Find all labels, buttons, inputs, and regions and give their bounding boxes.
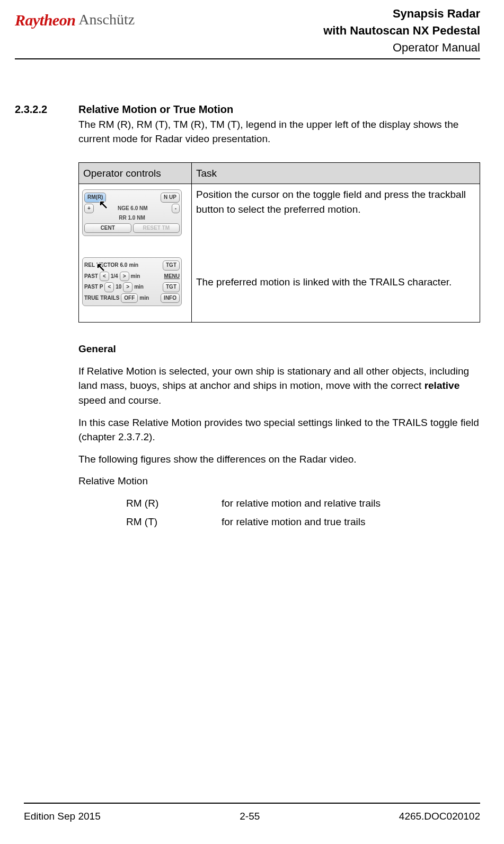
general-p4: Relative Motion (78, 474, 480, 489)
general-p3: The following figures show the differenc… (78, 452, 480, 467)
range-label: NGE 6.0 NM (95, 205, 170, 213)
pastp-label: PAST P (84, 283, 103, 291)
rel-label: REL (84, 262, 95, 269)
doc-title-line3: Operator Manual (323, 39, 480, 56)
footer-page: 2-55 (240, 809, 260, 824)
definitions: RM (R) for relative motion and relative … (126, 496, 480, 529)
incr-button[interactable]: > (120, 272, 129, 282)
def-row: RM (T) for relative motion and true trai… (126, 515, 480, 529)
min-label: min (139, 294, 149, 302)
true-label: TRUE (84, 294, 99, 302)
vector-label: VECTOR (96, 262, 119, 269)
pastp-value: 10 (116, 283, 121, 291)
rr-label: RR 1.0 NM (84, 214, 180, 222)
logo: Raytheon Anschütz (15, 5, 135, 32)
past-value: 1/4 (111, 273, 118, 281)
past-label: PAST (84, 273, 98, 281)
decr-button[interactable]: < (104, 282, 114, 292)
reset-tm-button[interactable]: RESET TM (133, 223, 180, 233)
tgt-button[interactable]: TGT (163, 260, 180, 271)
document-titles: Synapsis Radar with Nautoscan NX Pedesta… (323, 5, 480, 56)
th-task: Task (192, 162, 480, 184)
min-label: min (131, 273, 140, 281)
p1-bold: relative (425, 380, 460, 391)
p1-part-c: speed and course. (78, 395, 161, 406)
nup-button[interactable]: N UP (161, 193, 180, 203)
general-heading: General (78, 342, 480, 356)
general-p1: If Relative Motion is selected, your own… (78, 364, 480, 408)
page-footer: Edition Sep 2015 2-55 4265.DOC020102 (24, 803, 480, 824)
footer-edition: Edition Sep 2015 (24, 809, 101, 824)
rm-toggle-button[interactable]: RM(R) (84, 193, 106, 203)
def-desc: for relative motion and true trails (222, 515, 365, 529)
cent-button[interactable]: CENT (84, 223, 131, 233)
vector-value: 6.0 (120, 262, 128, 269)
task-text-1: Position the cursor on the toggle field … (196, 187, 475, 216)
def-desc: for relative motion and relative trails (222, 496, 381, 511)
controls-cell: ↖ RM(R) N UP + NGE 6.0 NM - R (79, 184, 192, 323)
incr-button[interactable]: > (123, 282, 132, 292)
section-number: 2.3.2.2 (15, 102, 78, 117)
operator-table: Operator controls Task ↖ RM(R) N UP (78, 162, 480, 323)
task-cell: Position the cursor on the toggle field … (192, 184, 480, 323)
section-intro: The RM (R), RM (T), TM (R), TM (T), lege… (78, 117, 480, 146)
trails-panel[interactable]: ↖ REL VECTOR 6.0 min TGT PAST < (82, 257, 182, 306)
general-p2: In this case Relative Motion provides tw… (78, 415, 480, 445)
def-term: RM (T) (126, 515, 222, 529)
doc-title-line1: Synapsis Radar (323, 5, 480, 22)
th-controls: Operator controls (79, 162, 192, 184)
doc-title-line2: with Nautoscan NX Pedestal (323, 22, 480, 39)
trails-off-button[interactable]: OFF (121, 293, 138, 303)
decr-button[interactable]: < (100, 272, 109, 282)
task-text-2: The preferred motion is linked with the … (196, 275, 475, 290)
def-row: RM (R) for relative motion and relative … (126, 496, 480, 511)
footer-doc-number: 4265.DOC020102 (399, 809, 480, 824)
p1-part-a: If Relative Motion is selected, your own… (78, 366, 469, 391)
logo-brand-raytheon: Raytheon (15, 8, 75, 32)
trails-label: TRAILS (100, 294, 119, 302)
min-label: min (134, 283, 144, 291)
min-label: min (129, 262, 138, 269)
logo-brand-anschutz: Anschütz (78, 9, 135, 31)
info-button[interactable]: INFO (161, 293, 180, 303)
range-plus-button[interactable]: + (84, 204, 94, 214)
def-term: RM (R) (126, 496, 222, 511)
table-row: ↖ RM(R) N UP + NGE 6.0 NM - R (79, 184, 480, 323)
tgt-button[interactable]: TGT (163, 282, 180, 292)
motion-toggle-panel[interactable]: ↖ RM(R) N UP + NGE 6.0 NM - R (82, 189, 182, 236)
page-header: Raytheon Anschütz Synapsis Radar with Na… (15, 5, 480, 59)
table-header-row: Operator controls Task (79, 162, 480, 184)
section-title: Relative Motion or True Motion (78, 102, 480, 117)
section-heading-row: 2.3.2.2 Relative Motion or True Motion T… (15, 102, 480, 146)
menu-label: MENU (164, 273, 180, 281)
range-minus-button[interactable]: - (172, 204, 180, 214)
